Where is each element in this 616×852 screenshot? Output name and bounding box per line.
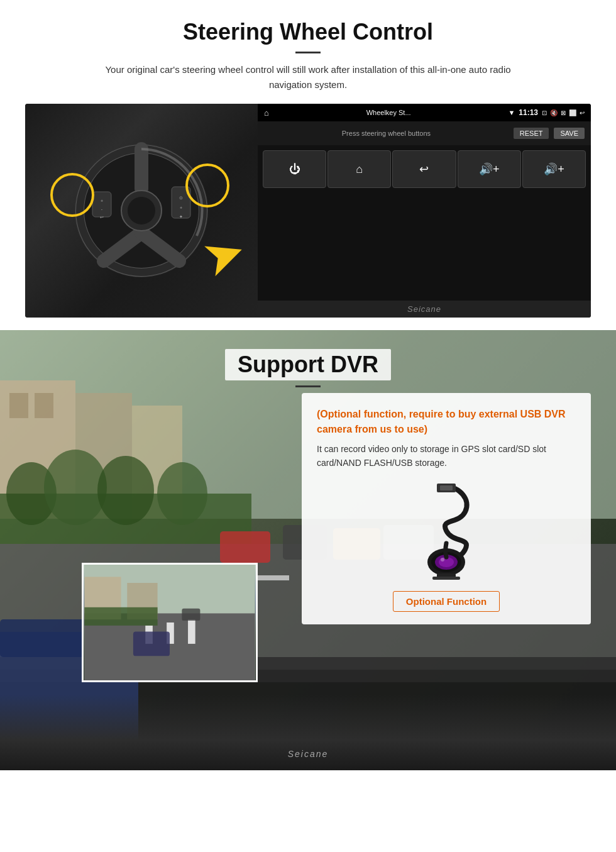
back-icon: ↩	[580, 109, 585, 116]
dvr-description: It can record video only to storage in G…	[317, 442, 576, 470]
yellow-highlight-right	[185, 163, 229, 207]
svg-rect-18	[9, 393, 28, 418]
svg-rect-47	[182, 609, 200, 621]
optional-function-area: Optional Function	[317, 587, 576, 612]
status-time: 11:13	[519, 108, 538, 117]
steering-wheel-photo: + - ↩ ⊙ + ✦ ➤	[25, 104, 258, 318]
camera-icon: ⊡	[542, 109, 547, 116]
headunit-toolbar: Press steering wheel buttons RESET SAVE	[258, 121, 591, 145]
hu-power-btn[interactable]: ⏻	[263, 150, 326, 188]
steering-wheel-svg: + - ↩ ⊙ + ✦	[66, 135, 217, 286]
dvr-info-card: (Optional function, require to buy exter…	[302, 393, 591, 624]
headunit-ui: ⌂ Wheelkey St... ▼ 11:13 ⊡ 🔇 ⊠ ⬜ ↩ Press…	[258, 104, 591, 318]
svg-rect-38	[0, 619, 94, 657]
dvr-section: Support DVR (Optional function, require …	[0, 330, 616, 770]
hu-vol-down-btn[interactable]: 🔊+	[458, 150, 521, 188]
volume-icon: 🔇	[550, 109, 558, 116]
svg-point-57	[441, 558, 444, 562]
dvr-title: Support DVR	[225, 349, 391, 380]
screen-icon: ⬜	[569, 109, 576, 116]
wifi-icon: ▼	[508, 109, 515, 116]
close-icon: ⊠	[561, 109, 566, 116]
seicane-brand-dvr: Seicane	[288, 749, 329, 759]
steering-section: Steering Wheel Control Your original car…	[0, 0, 616, 330]
hu-vol-up-btn[interactable]: 🔊+	[522, 150, 586, 188]
svg-rect-8	[92, 192, 111, 217]
steering-desc: Your original car's steering wheel contr…	[88, 62, 528, 92]
svg-rect-31	[220, 531, 270, 563]
dvr-title-area: Support DVR	[0, 330, 616, 397]
dvr-thumbnail	[82, 563, 258, 682]
svg-point-26	[157, 462, 207, 525]
yellow-highlight-left	[50, 173, 94, 217]
optional-function-badge: Optional Function	[393, 591, 500, 612]
svg-text:✦: ✦	[179, 214, 183, 219]
toolbar-label: Press steering wheel buttons	[264, 130, 509, 137]
dvr-optional-text: (Optional function, require to buy exter…	[317, 407, 576, 437]
svg-rect-56	[432, 577, 460, 580]
save-button[interactable]: SAVE	[554, 128, 585, 139]
headunit-statusbar: ⌂ Wheelkey St... ▼ 11:13 ⊡ 🔇 ⊠ ⬜ ↩	[258, 104, 591, 121]
dvr-camera-svg	[377, 480, 515, 581]
svg-rect-46	[84, 607, 157, 626]
dvr-camera-illustration	[377, 480, 515, 581]
svg-point-25	[97, 456, 154, 525]
dashboard-strip	[0, 695, 616, 770]
steering-composite-image: + - ↩ ⊙ + ✦ ➤ ⌂ Wheelkey St... ▼ 11:1	[25, 104, 591, 318]
reset-button[interactable]: RESET	[514, 128, 549, 139]
headunit-footer: Seicane	[258, 301, 591, 318]
app-name: Wheelkey St...	[273, 109, 505, 116]
steering-title: Steering Wheel Control	[25, 19, 591, 45]
headunit-buttons-grid: ⏻ ⌂ ↩ 🔊+ 🔊+	[258, 145, 591, 301]
svg-rect-43	[188, 619, 195, 644]
status-icons: ⊡ 🔇 ⊠ ⬜ ↩	[542, 109, 585, 116]
svg-rect-50	[440, 485, 453, 490]
svg-text:⊙: ⊙	[179, 196, 183, 200]
svg-rect-48	[133, 632, 170, 656]
home-icon: ⌂	[264, 108, 269, 118]
dvr-divider	[295, 385, 321, 387]
hu-back-btn[interactable]: ↩	[392, 150, 456, 188]
svg-point-7	[128, 197, 155, 224]
hu-home-btn[interactable]: ⌂	[327, 150, 391, 188]
svg-text:+: +	[101, 199, 103, 203]
steering-divider	[295, 52, 321, 53]
svg-text:+: +	[180, 206, 182, 210]
svg-rect-19	[35, 393, 53, 418]
dvr-thumbnail-svg	[84, 565, 256, 680]
svg-point-24	[44, 450, 107, 525]
svg-text:↩: ↩	[100, 215, 104, 219]
seicane-brand-steering: Seicane	[407, 304, 441, 314]
